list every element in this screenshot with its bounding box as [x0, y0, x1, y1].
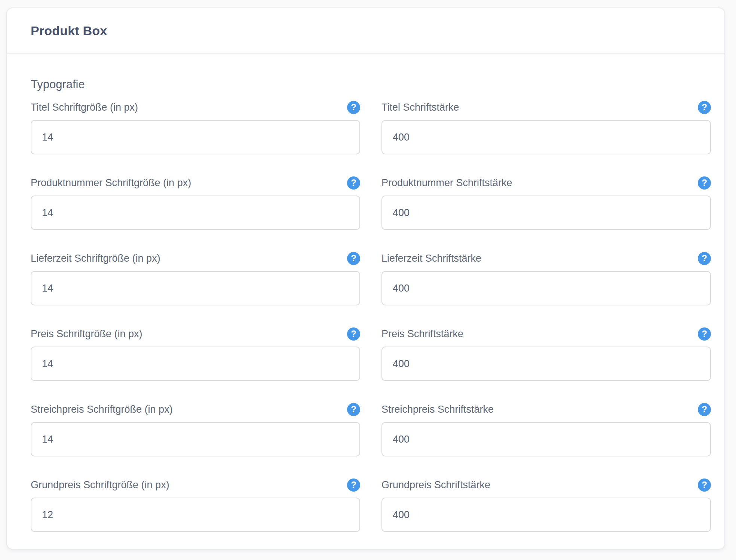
label-row: Grundpreis Schriftstärke ?: [381, 478, 711, 492]
section-title-typografie: Typografie: [31, 78, 711, 91]
field-grundpreis-schriftgroesse: Grundpreis Schriftgröße (in px) ?: [31, 478, 360, 532]
input-lieferzeit-schriftstaerke[interactable]: [381, 271, 711, 305]
field-label: Streichpreis Schriftstärke: [381, 404, 494, 415]
field-label: Grundpreis Schriftstärke: [381, 479, 490, 491]
label-row: Lieferzeit Schriftstärke ?: [381, 252, 711, 265]
field-label: Grundpreis Schriftgröße (in px): [31, 479, 169, 491]
label-row: Streichpreis Schriftgröße (in px) ?: [31, 403, 360, 416]
input-titel-schriftgroesse[interactable]: [31, 120, 360, 154]
field-label: Lieferzeit Schriftgröße (in px): [31, 253, 160, 264]
help-icon[interactable]: ?: [698, 403, 711, 416]
field-streichpreis-schriftstaerke: Streichpreis Schriftstärke ?: [381, 403, 711, 456]
field-label: Produktnummer Schriftstärke: [381, 177, 512, 189]
help-icon[interactable]: ?: [698, 101, 711, 114]
input-grundpreis-schriftgroesse[interactable]: [31, 498, 360, 532]
help-icon[interactable]: ?: [698, 252, 711, 265]
label-row: Titel Schriftstärke ?: [381, 101, 711, 114]
page: { "card": { "title": "Produkt Box", "sec…: [0, 0, 736, 560]
card-title: Produkt Box: [31, 24, 107, 38]
label-row: Preis Schriftgröße (in px) ?: [31, 327, 360, 341]
input-grundpreis-schriftstaerke[interactable]: [381, 498, 711, 532]
help-icon[interactable]: ?: [347, 101, 360, 114]
field-streichpreis-schriftgroesse: Streichpreis Schriftgröße (in px) ?: [31, 403, 360, 456]
field-label: Preis Schriftgröße (in px): [31, 328, 142, 340]
label-row: Lieferzeit Schriftgröße (in px) ?: [31, 252, 360, 265]
input-lieferzeit-schriftgroesse[interactable]: [31, 271, 360, 305]
help-icon[interactable]: ?: [347, 403, 360, 416]
help-icon[interactable]: ?: [698, 479, 711, 492]
field-label: Produktnummer Schriftgröße (in px): [31, 177, 191, 189]
input-titel-schriftstaerke[interactable]: [381, 120, 711, 154]
field-preis-schriftgroesse: Preis Schriftgröße (in px) ?: [31, 327, 360, 381]
card-body: Typografie Titel Schriftgröße (in px) ? …: [7, 54, 724, 532]
field-lieferzeit-schriftgroesse: Lieferzeit Schriftgröße (in px) ?: [31, 252, 360, 305]
help-icon[interactable]: ?: [698, 327, 711, 341]
input-preis-schriftgroesse[interactable]: [31, 347, 360, 381]
label-row: Streichpreis Schriftstärke ?: [381, 403, 711, 416]
field-produktnummer-schriftgroesse: Produktnummer Schriftgröße (in px) ?: [31, 176, 360, 230]
field-label: Titel Schriftstärke: [381, 102, 459, 113]
help-icon[interactable]: ?: [347, 327, 360, 341]
field-label: Preis Schriftstärke: [381, 328, 463, 340]
label-row: Produktnummer Schriftstärke ?: [381, 176, 711, 190]
typografie-form-grid: Titel Schriftgröße (in px) ? Titel Schri…: [31, 101, 711, 532]
field-label: Lieferzeit Schriftstärke: [381, 253, 481, 264]
input-streichpreis-schriftgroesse[interactable]: [31, 422, 360, 456]
help-icon[interactable]: ?: [347, 479, 360, 492]
field-label: Streichpreis Schriftgröße (in px): [31, 404, 173, 415]
field-label: Titel Schriftgröße (in px): [31, 102, 138, 113]
input-produktnummer-schriftgroesse[interactable]: [31, 196, 360, 230]
field-produktnummer-schriftstaerke: Produktnummer Schriftstärke ?: [381, 176, 711, 230]
label-row: Titel Schriftgröße (in px) ?: [31, 101, 360, 114]
label-row: Grundpreis Schriftgröße (in px) ?: [31, 478, 360, 492]
field-grundpreis-schriftstaerke: Grundpreis Schriftstärke ?: [381, 478, 711, 532]
field-titel-schriftstaerke: Titel Schriftstärke ?: [381, 101, 711, 154]
produkt-box-card: Produkt Box Typografie Titel Schriftgröß…: [6, 7, 725, 550]
input-streichpreis-schriftstaerke[interactable]: [381, 422, 711, 456]
card-header: Produkt Box: [7, 8, 724, 54]
field-preis-schriftstaerke: Preis Schriftstärke ?: [381, 327, 711, 381]
input-preis-schriftstaerke[interactable]: [381, 347, 711, 381]
help-icon[interactable]: ?: [347, 176, 360, 190]
input-produktnummer-schriftstaerke[interactable]: [381, 196, 711, 230]
help-icon[interactable]: ?: [698, 176, 711, 190]
help-icon[interactable]: ?: [347, 252, 360, 265]
label-row: Preis Schriftstärke ?: [381, 327, 711, 341]
field-titel-schriftgroesse: Titel Schriftgröße (in px) ?: [31, 101, 360, 154]
field-lieferzeit-schriftstaerke: Lieferzeit Schriftstärke ?: [381, 252, 711, 305]
label-row: Produktnummer Schriftgröße (in px) ?: [31, 176, 360, 190]
